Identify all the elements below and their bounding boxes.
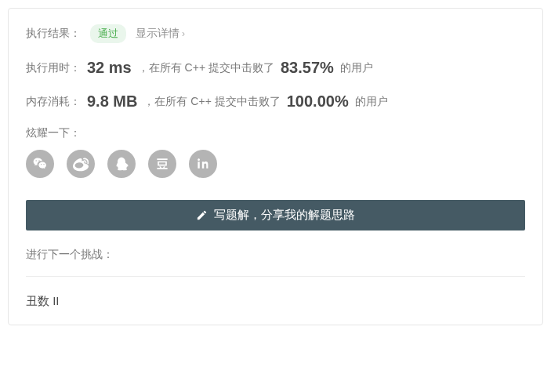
write-solution-button[interactable]: 写题解，分享我的解题思路 [26,200,525,230]
weibo-icon[interactable] [67,150,95,178]
wechat-icon[interactable] [26,150,54,178]
memory-label: 内存消耗： [26,95,81,109]
douban-icon[interactable] [148,150,176,178]
memory-percent: 100.00% [287,93,349,111]
memory-text-prefix: ，在所有 C++ 提交中击败了 [143,95,280,109]
pencil-icon [196,209,208,221]
runtime-value: 32 ms [87,59,132,77]
runtime-percent: 83.57% [281,59,334,77]
runtime-text-suffix: 的用户 [340,61,373,75]
memory-text-suffix: 的用户 [355,95,388,109]
divider [26,276,525,277]
next-challenge-label: 进行下一个挑战： [26,248,525,262]
submission-result-card: 执行结果： 通过 显示详情 › 执行用时： 32 ms ，在所有 C++ 提交中… [8,8,543,325]
qq-icon[interactable] [107,150,136,178]
memory-row: 内存消耗： 9.8 MB ，在所有 C++ 提交中击败了 100.00% 的用户 [26,93,525,111]
runtime-text-prefix: ，在所有 C++ 提交中击败了 [138,61,274,75]
share-icons-row [26,150,525,178]
runtime-label: 执行用时： [26,61,81,75]
result-label: 执行结果： [26,27,81,41]
memory-value: 9.8 MB [87,93,137,111]
show-details-link[interactable]: 显示详情 › [136,27,185,41]
show-details-text: 显示详情 [136,27,179,41]
next-challenge-link[interactable]: 丑数 II [26,289,525,309]
result-row: 执行结果： 通过 显示详情 › [26,24,525,43]
runtime-row: 执行用时： 32 ms ，在所有 C++ 提交中击败了 83.57% 的用户 [26,59,525,77]
linkedin-icon[interactable] [189,150,217,178]
write-solution-label: 写题解，分享我的解题思路 [214,208,355,223]
status-badge: 通过 [90,24,126,43]
chevron-right-icon: › [182,28,185,39]
share-label: 炫耀一下： [26,126,525,140]
